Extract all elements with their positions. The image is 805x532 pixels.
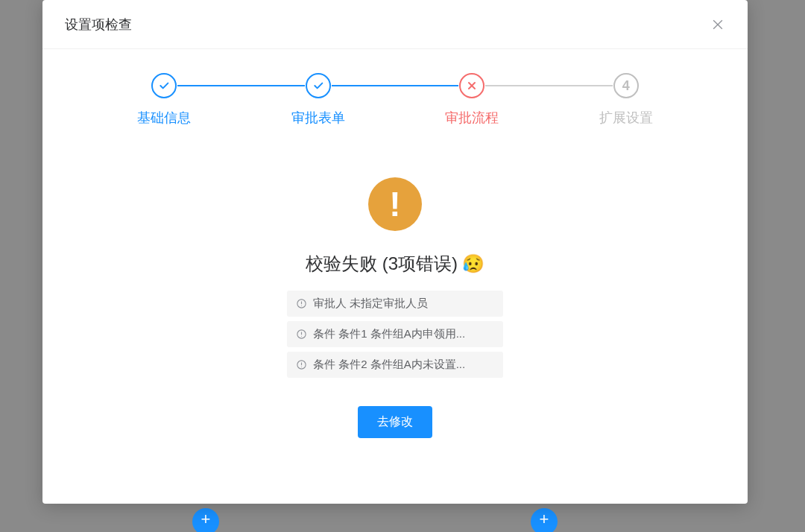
svg-point-9 <box>301 336 302 337</box>
warning-icon: ! <box>368 177 422 231</box>
error-text: 审批人 未指定审批人员 <box>313 297 428 311</box>
step-label: 扩展设置 <box>599 109 653 127</box>
info-icon <box>296 329 307 340</box>
step-label: 审批流程 <box>445 109 499 127</box>
modal-title: 设置项检查 <box>65 16 132 34</box>
svg-point-6 <box>301 305 302 306</box>
sad-emoji-icon: 😥 <box>462 253 484 274</box>
step-2[interactable]: 审批表单 <box>242 73 396 127</box>
result-title-text: 校验失败 (3项错误) <box>306 252 458 276</box>
error-item[interactable]: 条件 条件1 条件组A内申领用... <box>287 321 503 347</box>
step-label: 基础信息 <box>137 109 191 127</box>
info-icon <box>296 298 307 309</box>
step-icon-cross <box>459 73 484 98</box>
modal-header: 设置项检查 <box>42 0 748 49</box>
error-list: 审批人 未指定审批人员条件 条件1 条件组A内申领用...条件 条件2 条件组A… <box>287 291 503 378</box>
step-icon-check <box>151 73 177 98</box>
steps-container: 基础信息审批表单审批流程4扩展设置 <box>42 49 748 134</box>
step-4[interactable]: 4扩展设置 <box>549 73 704 127</box>
add-button-bg-right: + <box>531 508 558 532</box>
step-label: 审批表单 <box>291 109 345 127</box>
step-icon-check <box>306 73 331 98</box>
info-icon <box>296 359 307 370</box>
error-item[interactable]: 审批人 未指定审批人员 <box>287 291 503 317</box>
settings-check-modal: 设置项检查 基础信息审批表单审批流程4扩展设置 ! 校验失败 (3项错误) 😥 … <box>42 0 748 504</box>
error-text: 条件 条件2 条件组A内未设置... <box>313 358 465 372</box>
result-title: 校验失败 (3项错误) 😥 <box>306 252 484 276</box>
step-icon-4: 4 <box>613 73 639 98</box>
error-item[interactable]: 条件 条件2 条件组A内未设置... <box>287 352 503 378</box>
error-text: 条件 条件1 条件组A内申领用... <box>313 327 465 341</box>
close-icon <box>710 17 725 32</box>
close-button[interactable] <box>710 17 725 32</box>
result-content: ! 校验失败 (3项错误) 😥 审批人 未指定审批人员条件 条件1 条件组A内申… <box>42 134 748 504</box>
svg-point-12 <box>301 367 302 367</box>
step-3[interactable]: 审批流程 <box>395 73 549 127</box>
step-1[interactable]: 基础信息 <box>87 73 242 127</box>
add-button-bg-left: + <box>192 508 219 532</box>
fix-button[interactable]: 去修改 <box>358 406 432 438</box>
